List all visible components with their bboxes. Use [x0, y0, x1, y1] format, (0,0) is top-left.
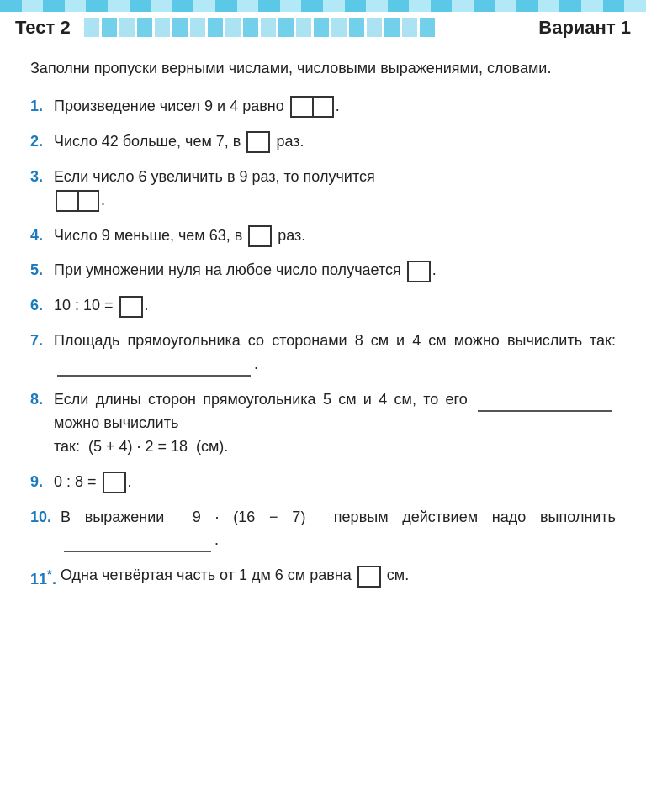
q4-body: Число 9 меньше, чем 63, в раз.: [54, 224, 616, 248]
q6-answer-box[interactable]: [119, 296, 143, 318]
question-6: 6. 10 : 10 = .: [30, 294, 616, 318]
q4-answer-box[interactable]: [248, 225, 272, 247]
q2-number: 2.: [30, 130, 54, 154]
question-3: 3. Если число 6 увеличить в 9 раз, то по…: [30, 166, 616, 213]
q3-number: 3.: [30, 166, 54, 189]
q1-body: Произведение чисел 9 и 4 равно .: [54, 95, 616, 119]
q10-answer-line[interactable]: [64, 535, 211, 552]
question-4: 4. Число 9 меньше, чем 63, в раз.: [30, 224, 616, 248]
q5-answer-box[interactable]: [407, 261, 431, 282]
question-10: 10. В выражении 9 · (16 − 7) первым дейс…: [30, 506, 616, 553]
q7-answer-line[interactable]: [57, 360, 251, 377]
q2-answer-box[interactable]: [246, 131, 270, 153]
q6-number: 6.: [30, 294, 54, 318]
question-11: 11*. Одна четвёртая часть от 1 дм 6 см р…: [30, 564, 616, 592]
q5-number: 5.: [30, 259, 54, 282]
variant-label: Вариант 1: [538, 17, 631, 39]
main-content: Заполни пропуски верными числами, числов…: [0, 42, 646, 619]
q5-body: При умножении нуля на любое число получа…: [54, 259, 616, 282]
q3-body: Если число 6 увеличить в 9 раз, то получ…: [54, 166, 616, 213]
header-stripe-decoration: [84, 18, 435, 37]
question-2: 2. Число 42 больше, чем 7, в раз.: [30, 130, 616, 154]
intro-text: Заполни пропуски верными числами, числов…: [30, 57, 616, 80]
question-1: 1. Произведение чисел 9 и 4 равно .: [30, 95, 616, 119]
q7-body: Площадь прямоугольника со сторонами 8 см…: [54, 330, 616, 377]
q1-number: 1.: [30, 95, 54, 119]
q9-body: 0 : 8 = .: [54, 471, 616, 494]
q11-answer-box[interactable]: [357, 566, 381, 588]
q3-answer-box[interactable]: [56, 190, 99, 212]
header-left: Тест 2: [15, 17, 435, 39]
q11-number: 11*.: [30, 564, 61, 592]
q8-answer-line[interactable]: [478, 395, 612, 412]
q8-number: 8.: [30, 388, 54, 412]
question-9: 9. 0 : 8 = .: [30, 471, 616, 494]
top-stripe: [0, 0, 646, 12]
test-title: Тест 2: [15, 17, 71, 39]
q10-number: 10.: [30, 506, 61, 530]
q2-body: Число 42 больше, чем 7, в раз.: [54, 130, 616, 154]
q9-number: 9.: [30, 471, 54, 494]
q1-answer-box[interactable]: [290, 96, 334, 118]
q4-number: 4.: [30, 224, 54, 248]
q6-body: 10 : 10 = .: [54, 294, 616, 318]
question-8: 8. Если длины сторон прямоугольника 5 см…: [30, 388, 616, 459]
q11-body: Одна четвёртая часть от 1 дм 6 см равна …: [61, 564, 616, 588]
question-5: 5. При умножении нуля на любое число пол…: [30, 259, 616, 282]
q9-answer-box[interactable]: [103, 472, 126, 493]
q8-body: Если длины сторон прямоугольника 5 см и …: [54, 388, 616, 459]
page-header: Тест 2 Вариант 1: [0, 12, 646, 42]
q7-number: 7.: [30, 330, 54, 353]
question-7: 7. Площадь прямоугольника со сторонами 8…: [30, 330, 616, 377]
q10-body: В выражении 9 · (16 − 7) первым действие…: [61, 506, 616, 553]
